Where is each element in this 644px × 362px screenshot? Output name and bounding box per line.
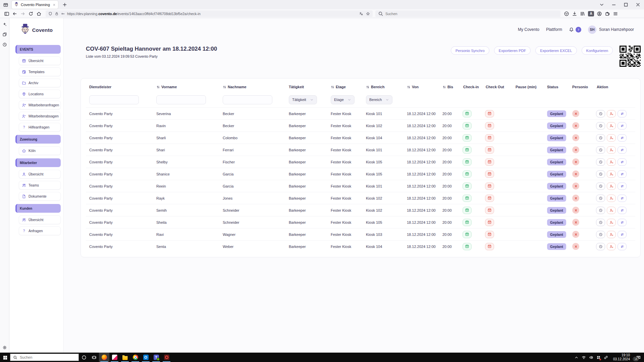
column-header-bis[interactable]: Bis — [439, 85, 460, 89]
menu-icon[interactable] — [611, 10, 620, 17]
wifi-icon[interactable] — [580, 353, 588, 362]
exportieren-pdf-button[interactable]: Exportieren PDF — [494, 46, 531, 55]
user-x-action-button[interactable] — [607, 158, 616, 166]
window-close-icon[interactable] — [632, 0, 644, 9]
column-header-bereich[interactable]: Bereich — [363, 85, 404, 89]
checkin-button[interactable] — [463, 207, 472, 214]
sidebar-item-dokumente[interactable]: Dokumente — [19, 192, 61, 201]
filter-input-nachname[interactable] — [223, 95, 272, 104]
checkin-button[interactable] — [463, 219, 472, 226]
user-x-action-button[interactable] — [607, 231, 616, 238]
star-icon[interactable] — [366, 12, 370, 16]
sidebar-item-k-ln[interactable]: Köln — [19, 146, 61, 155]
clock-action-button[interactable] — [596, 122, 605, 130]
swap-action-button[interactable] — [618, 122, 627, 130]
cortana-icon[interactable] — [79, 353, 89, 362]
checkout-button[interactable] — [485, 219, 494, 226]
checkin-button[interactable] — [463, 170, 472, 178]
personio-x-icon[interactable] — [572, 219, 579, 226]
home-icon[interactable] — [35, 10, 43, 17]
personio-synchro-button[interactable]: Personio Synchro — [451, 46, 489, 55]
user-x-action-button[interactable] — [607, 219, 616, 226]
taskbar-search-input[interactable] — [20, 355, 76, 359]
checkout-button[interactable] — [485, 110, 494, 117]
swap-action-button[interactable] — [618, 170, 627, 178]
checkout-button[interactable] — [485, 122, 494, 130]
sidebar-item--bersicht[interactable]: Übersicht — [19, 215, 61, 224]
lock-icon[interactable] — [55, 12, 59, 16]
taskbar-clock[interactable]: 19:10 03.12.2024 — [613, 353, 630, 362]
checkout-button[interactable] — [485, 183, 494, 190]
nav-plattform[interactable]: Plattform — [546, 27, 562, 32]
pocket-icon[interactable] — [562, 10, 571, 17]
taskbar-search[interactable] — [10, 354, 79, 361]
sidebar-section-events[interactable]: EVENTS — [15, 45, 61, 54]
browser-search-box[interactable] — [375, 10, 560, 17]
clock-action-button[interactable] — [596, 231, 605, 238]
checkin-button[interactable] — [463, 231, 472, 238]
column-header-vorname[interactable]: Vorname — [153, 85, 219, 89]
user-x-action-button[interactable] — [607, 183, 616, 190]
user-x-action-button[interactable] — [607, 134, 616, 142]
sidebar-item-mitarbeiterabsagen[interactable]: Mitarbeiterabsagen — [19, 112, 61, 120]
personio-x-icon[interactable] — [572, 146, 579, 153]
sort-icon[interactable] — [331, 85, 334, 89]
clock-action-button[interactable] — [596, 146, 605, 154]
shield-icon[interactable] — [48, 12, 52, 16]
user-x-action-button[interactable] — [607, 146, 616, 154]
checkin-button[interactable] — [463, 110, 472, 117]
link-icon[interactable] — [602, 353, 610, 362]
personio-x-icon[interactable] — [572, 207, 579, 214]
window-maximize-icon[interactable] — [620, 0, 632, 9]
user-x-action-button[interactable] — [607, 110, 616, 117]
nav-my-covento[interactable]: My Covento — [518, 27, 539, 32]
filter-select-taetigkeit[interactable]: Tätigkeit — [289, 95, 317, 104]
firefox-taskbar-icon[interactable] — [99, 353, 109, 362]
checkout-button[interactable] — [485, 146, 494, 154]
swap-action-button[interactable] — [618, 195, 627, 202]
explorer-taskbar-icon[interactable] — [120, 353, 130, 362]
sidebar-item--bersicht[interactable]: Übersicht — [19, 56, 61, 65]
sort-icon[interactable] — [156, 85, 160, 89]
column-header-nachname[interactable]: Nachname — [219, 85, 285, 89]
clock-action-button[interactable] — [596, 195, 605, 202]
notification-badge[interactable]: 7 — [576, 27, 581, 33]
checkout-button[interactable] — [485, 195, 494, 202]
checkout-button[interactable] — [485, 134, 494, 142]
checkout-button[interactable] — [485, 170, 494, 178]
history-clock-icon[interactable] — [2, 42, 7, 47]
filter-select-etage[interactable]: Etage — [331, 95, 355, 104]
checkin-button[interactable] — [463, 243, 472, 250]
column-header-etage[interactable]: Etage — [327, 85, 363, 89]
sidebar-section-mitarbeiter[interactable]: Mitarbeiter — [15, 158, 61, 167]
user-menu[interactable]: SH Soran Hamzehpoor — [588, 25, 634, 34]
checkin-button[interactable] — [463, 122, 472, 130]
personio-x-icon[interactable] — [572, 243, 579, 250]
sidebar-item--bersicht[interactable]: Übersicht — [19, 170, 61, 178]
start-button-icon[interactable] — [0, 353, 10, 362]
konfigurieren-button[interactable]: Konfigurieren — [582, 46, 613, 55]
clock-action-button[interactable] — [596, 183, 605, 190]
library-icon[interactable] — [579, 10, 587, 17]
filter-input-vorname[interactable] — [156, 95, 206, 104]
sort-icon[interactable] — [366, 85, 370, 89]
sidebar-icon[interactable] — [3, 10, 11, 17]
sort-icon[interactable] — [223, 85, 226, 89]
sort-icon[interactable] — [442, 85, 446, 89]
task-view-icon[interactable] — [89, 353, 99, 362]
personio-x-icon[interactable] — [572, 195, 579, 202]
bell-icon[interactable] — [569, 27, 574, 32]
user-x-action-button[interactable] — [607, 243, 616, 250]
sidebar-item-templates[interactable]: Templates — [19, 67, 61, 76]
reload-icon[interactable] — [27, 10, 35, 17]
sidebar-item-teams[interactable]: Teams — [19, 181, 61, 190]
sort-icon[interactable] — [407, 85, 411, 89]
clock-action-button[interactable] — [596, 219, 605, 226]
personio-x-icon[interactable] — [572, 158, 579, 165]
browser-search-input[interactable] — [385, 12, 558, 16]
personio-x-icon[interactable] — [572, 183, 579, 190]
back-icon[interactable] — [11, 10, 19, 17]
exportieren-excel-button[interactable]: Exportieren EXCEL — [535, 46, 577, 55]
account-icon[interactable] — [595, 10, 603, 17]
checkin-button[interactable] — [463, 183, 472, 190]
